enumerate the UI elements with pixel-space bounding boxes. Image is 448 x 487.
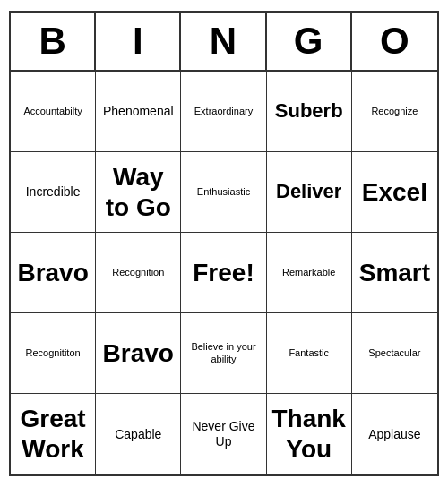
- cell-text: Capable: [115, 427, 161, 442]
- bingo-cell: Smart: [352, 233, 437, 313]
- cell-text: Bravo: [103, 338, 174, 369]
- bingo-cell: Remarkable: [267, 233, 352, 313]
- bingo-cell: Believe in your ability: [181, 313, 266, 394]
- cell-text: Way to Go: [99, 162, 177, 222]
- bingo-cell: Thank You: [267, 394, 352, 474]
- cell-text: Free!: [193, 258, 254, 288]
- bingo-cell: Bravo: [11, 233, 96, 313]
- bingo-cell: Accountabilty: [11, 72, 96, 152]
- cell-text: Applause: [368, 427, 420, 442]
- bingo-cell: Bravo: [96, 313, 181, 394]
- bingo-cell: Fantastic: [267, 313, 352, 394]
- cell-text: Remarkable: [282, 267, 335, 278]
- header-letter: G: [267, 13, 352, 70]
- bingo-cell: Free!: [181, 233, 266, 313]
- cell-text: Smart: [359, 258, 430, 288]
- cell-text: Recognititon: [26, 347, 81, 359]
- cell-text: Deliver: [276, 180, 341, 203]
- bingo-cell: Great Work: [11, 394, 96, 474]
- bingo-cell: Enthusiastic: [181, 152, 266, 233]
- cell-text: Never Give Up: [185, 419, 262, 449]
- bingo-cell: Suberb: [267, 72, 352, 152]
- bingo-cell: Recognize: [352, 72, 437, 152]
- bingo-cell: Applause: [352, 394, 437, 474]
- cell-text: Extraordinary: [194, 106, 253, 117]
- cell-text: Great Work: [14, 404, 91, 464]
- header-letter: N: [181, 13, 266, 70]
- bingo-cell: Never Give Up: [181, 394, 266, 474]
- cell-text: Excel: [362, 177, 427, 208]
- cell-text: Spectacular: [368, 347, 420, 359]
- bingo-cell: Excel: [352, 152, 437, 233]
- bingo-card: BINGO AccountabiltyPhenomenalExtraordina…: [9, 11, 439, 476]
- bingo-cell: Recognititon: [11, 313, 96, 394]
- cell-text: Recognition: [112, 267, 164, 278]
- cell-text: Accountabilty: [23, 106, 82, 117]
- header-letter: B: [11, 13, 96, 70]
- cell-text: Incredible: [26, 184, 81, 200]
- bingo-cell: Spectacular: [352, 313, 437, 394]
- bingo-grid: AccountabiltyPhenomenalExtraordinarySube…: [11, 72, 437, 474]
- bingo-cell: Capable: [96, 394, 181, 474]
- bingo-header: BINGO: [11, 13, 437, 72]
- cell-text: Believe in your ability: [185, 341, 262, 364]
- bingo-cell: Phenomenal: [96, 72, 181, 152]
- cell-text: Bravo: [17, 258, 88, 288]
- cell-text: Suberb: [275, 99, 343, 123]
- bingo-cell: Extraordinary: [181, 72, 266, 152]
- cell-text: Thank You: [271, 404, 348, 464]
- bingo-cell: Incredible: [11, 152, 96, 233]
- header-letter: O: [352, 13, 437, 70]
- cell-text: Recognize: [371, 106, 418, 117]
- bingo-cell: Deliver: [267, 152, 352, 233]
- bingo-cell: Recognition: [96, 233, 181, 313]
- bingo-cell: Way to Go: [96, 152, 181, 233]
- cell-text: Enthusiastic: [197, 186, 250, 198]
- cell-text: Phenomenal: [103, 104, 174, 119]
- cell-text: Fantastic: [289, 347, 329, 359]
- header-letter: I: [96, 13, 181, 70]
